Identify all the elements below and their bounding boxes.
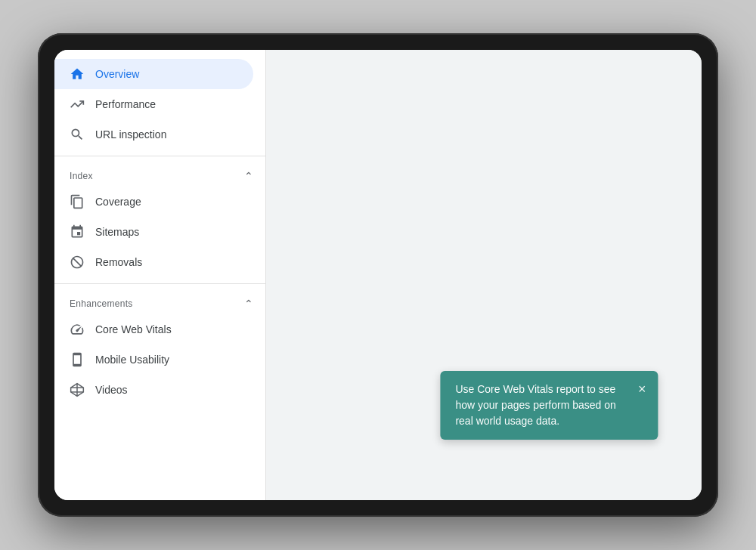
sidebar-item-label: Performance bbox=[95, 98, 156, 110]
sidebar-item-performance[interactable]: Performance bbox=[54, 89, 253, 119]
file-copy-icon bbox=[70, 194, 85, 209]
sidebar-item-label: Sitemaps bbox=[95, 226, 139, 238]
sidebar-item-label: Overview bbox=[95, 68, 139, 80]
sidebar-item-coverage[interactable]: Coverage bbox=[54, 187, 253, 217]
search-icon bbox=[70, 127, 85, 142]
tablet-frame: Overview Performance bbox=[38, 33, 718, 517]
enhancements-section-header: Enhancements ⌃ bbox=[54, 290, 265, 314]
index-section-label: Index bbox=[70, 171, 93, 181]
chevron-up-icon[interactable]: ⌃ bbox=[244, 170, 253, 182]
tablet-screen: Overview Performance bbox=[54, 50, 702, 500]
divider-2 bbox=[54, 283, 265, 284]
diamond-icon bbox=[70, 382, 85, 397]
removals-icon bbox=[70, 255, 85, 270]
sidebar-item-label: Core Web Vitals bbox=[95, 323, 172, 335]
sitemap-icon bbox=[70, 224, 85, 239]
sidebar-item-label: URL inspection bbox=[95, 128, 166, 141]
sidebar-item-label: Videos bbox=[95, 384, 128, 396]
main-content: Use Core Web Vitals report to see how yo… bbox=[266, 50, 702, 500]
toast-close-button[interactable]: × bbox=[638, 382, 646, 396]
index-section-header: Index ⌃ bbox=[54, 162, 265, 187]
sidebar-item-overview[interactable]: Overview bbox=[54, 59, 253, 89]
toast-notification: Use Core Web Vitals report to see how yo… bbox=[440, 371, 658, 440]
phone-icon bbox=[70, 352, 85, 367]
trending-up-icon bbox=[70, 97, 85, 112]
sidebar-item-core-web-vitals[interactable]: Core Web Vitals bbox=[54, 314, 253, 345]
sidebar-item-mobile-usability[interactable]: Mobile Usability bbox=[54, 345, 253, 375]
sidebar-item-label: Coverage bbox=[95, 196, 141, 208]
sidebar-item-sitemaps[interactable]: Sitemaps bbox=[54, 217, 253, 247]
enhancements-section-label: Enhancements bbox=[70, 298, 133, 309]
nav-section-enhancements: Enhancements ⌃ Core Web Vitals bbox=[54, 290, 265, 405]
sidebar-item-removals[interactable]: Removals bbox=[54, 247, 253, 277]
toast-message: Use Core Web Vitals report to see how yo… bbox=[455, 382, 625, 429]
sidebar-item-videos[interactable]: Videos bbox=[54, 375, 253, 405]
sidebar: Overview Performance bbox=[54, 50, 266, 500]
nav-section-main: Overview Performance bbox=[54, 59, 265, 150]
sidebar-item-label: Removals bbox=[95, 256, 142, 268]
chevron-up-icon-2[interactable]: ⌃ bbox=[244, 298, 253, 310]
sidebar-item-label: Mobile Usability bbox=[95, 354, 169, 366]
speed-icon bbox=[70, 322, 85, 337]
sidebar-item-url-inspection[interactable]: URL inspection bbox=[54, 119, 253, 150]
home-icon bbox=[70, 66, 85, 82]
nav-section-index: Index ⌃ Coverage bbox=[54, 162, 265, 277]
divider-1 bbox=[54, 156, 265, 156]
